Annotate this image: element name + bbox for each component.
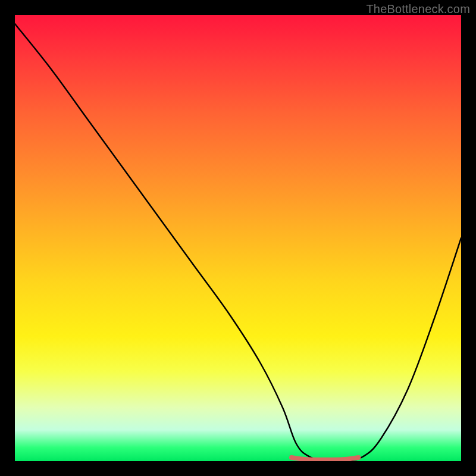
plot-area bbox=[15, 15, 461, 461]
flat-region-marker bbox=[292, 458, 359, 460]
chart-frame: TheBottleneck.com bbox=[0, 0, 476, 476]
bottleneck-curve bbox=[15, 24, 461, 461]
chart-svg bbox=[15, 15, 461, 461]
watermark-text: TheBottleneck.com bbox=[366, 2, 470, 16]
